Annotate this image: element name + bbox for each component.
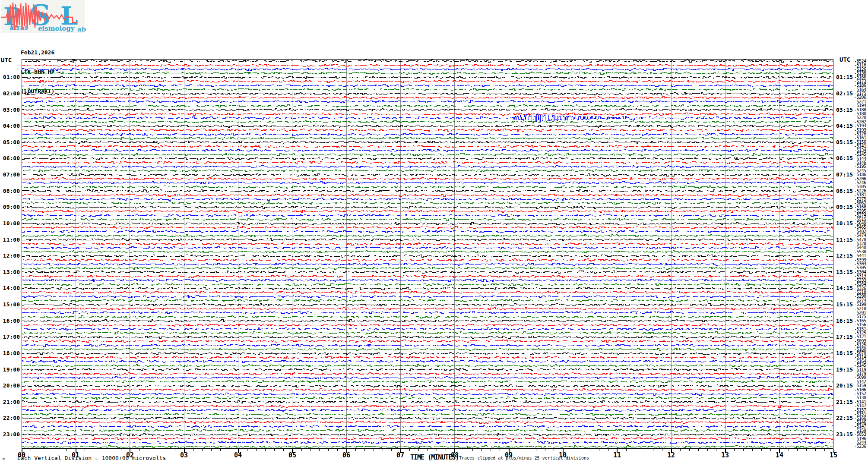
right-time-label: 01:15	[836, 74, 855, 81]
x-axis-tick-label: 15	[827, 451, 840, 459]
x-axis-tick-label: 04	[231, 451, 244, 459]
left-time-label: 12:00	[0, 252, 20, 259]
logo-word-seismology: eismology	[38, 25, 74, 32]
right-time-label: 12:15	[836, 252, 855, 259]
left-time-label: 11:00	[0, 236, 20, 243]
left-time-label: 13:00	[0, 269, 20, 276]
right-time-label: 11:15	[836, 236, 855, 243]
left-time-label: 22:00	[0, 415, 20, 422]
left-time-label: 07:00	[0, 171, 20, 178]
left-time-label: 21:00	[0, 399, 20, 406]
right-time-label: 04:15	[836, 123, 855, 129]
right-time-label: 17:15	[836, 334, 855, 340]
right-time-label: 18:15	[836, 350, 855, 357]
logo-word-patras: atras	[10, 25, 28, 31]
left-time-label: 23:00	[0, 431, 20, 438]
x-axis-tick-label: 07	[394, 451, 407, 459]
left-time-label: 09:00	[0, 204, 20, 211]
psl-logo: P S L atras eismology ab	[1, 0, 85, 33]
right-time-label: 10:15	[836, 220, 855, 227]
footer-division-note: Each Vertical Division = 10000+00 microv…	[17, 455, 166, 461]
x-axis-tick-label: 11	[611, 451, 624, 459]
helicorder-screen: P S L atras eismology ab Feb21,2026 LTK …	[0, 0, 868, 466]
left-time-label: 10:00	[0, 220, 20, 227]
helicorder-plot	[22, 59, 833, 449]
right-time-label: 19:15	[836, 366, 855, 373]
x-axis-tick-label: 03	[177, 451, 190, 459]
x-axis-tick-label: 06	[340, 451, 353, 459]
right-offset-value: -5236	[854, 444, 866, 449]
left-time-label: 06:00	[0, 155, 20, 162]
left-time-label: 05:00	[0, 139, 20, 146]
x-axis-tick-label: 14	[773, 451, 786, 459]
right-time-label: 07:15	[836, 171, 855, 178]
right-time-label: 08:15	[836, 188, 855, 195]
right-time-label: 05:15	[836, 139, 855, 146]
x-axis-title: TIME (MINUTES)	[410, 453, 459, 461]
left-time-label: 16:00	[0, 318, 20, 324]
right-time-label: 15:15	[836, 301, 855, 308]
x-axis-tick-label: 12	[665, 451, 678, 459]
left-time-label: 04:00	[0, 123, 20, 129]
right-time-label: 21:15	[836, 399, 855, 406]
left-time-label: 18:00	[0, 350, 20, 357]
left-time-label: 15:00	[0, 301, 20, 308]
footer-corner-mark: ᴍ	[3, 457, 5, 460]
left-time-label: 17:00	[0, 334, 20, 340]
right-time-label: 06:15	[836, 155, 855, 162]
x-axis-tick-label: 13	[719, 451, 732, 459]
x-axis-tick-label: 05	[286, 451, 299, 459]
header-date: Feb21,2026	[21, 49, 65, 56]
left-time-label: 03:00	[0, 107, 20, 113]
left-time-label: 08:00	[0, 188, 20, 195]
utc-label-right: UTC	[839, 56, 850, 63]
right-time-label: 23:15	[836, 431, 855, 438]
left-time-label: 02:00	[0, 90, 20, 97]
right-time-label: 03:15	[836, 107, 855, 113]
right-time-label: 13:15	[836, 269, 855, 276]
utc-label-left: UTC	[1, 57, 12, 63]
right-time-label: 14:15	[836, 285, 855, 292]
left-time-label: 19:00	[0, 366, 20, 373]
right-time-label: 16:15	[836, 318, 855, 324]
left-time-label: 20:00	[0, 382, 20, 389]
right-time-label: 22:15	[836, 415, 855, 422]
right-time-label: 20:15	[836, 382, 855, 389]
logo-word-lab: ab	[77, 26, 86, 33]
footer-clip-note: Traces clipped at plus/minus 25 vertical…	[459, 456, 589, 460]
left-time-label: 01:00	[0, 74, 20, 81]
right-time-label: 02:15	[836, 90, 855, 97]
left-time-label: 14:00	[0, 285, 20, 292]
right-time-label: 09:15	[836, 204, 855, 211]
